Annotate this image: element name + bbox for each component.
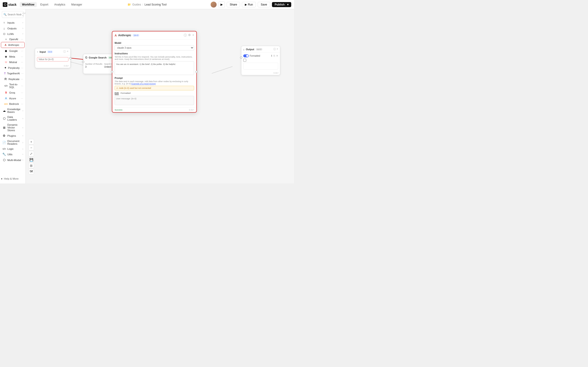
sidebar-item-utils[interactable]: 🔧 Utils › [1, 151, 25, 157]
sidebar-item-document-readers[interactable]: 📄 Document Readers › [1, 139, 25, 146]
text-to-sql-menu[interactable]: ··· [21, 84, 23, 87]
sidebar-item-data-loaders[interactable]: ⬡ Data Loaders › [1, 115, 25, 122]
sidebar-item-dynamic-vector-stores[interactable]: ⊞ Dynamic Vector Stores › [1, 122, 25, 133]
togetherai-menu[interactable]: ··· [21, 72, 23, 75]
publish-button[interactable]: Publish ▾ [272, 2, 291, 7]
sidebar-item-togetherai[interactable]: T TogetherAI ··· [1, 71, 25, 76]
input-info-icon[interactable]: ⓘ [63, 50, 66, 54]
sidebar-item-plugins[interactable]: ⚙ Plugins › [1, 133, 25, 139]
out-body: Formatted ⬇ ⎘ ✕ [242, 52, 280, 71]
instructions-text[interactable]: You are an AI assistant. 1) Be brief. 2)… [115, 61, 194, 75]
sidebar-item-google[interactable]: ◆ Google ··· [1, 48, 25, 54]
google-menu[interactable]: ··· [21, 49, 23, 52]
svg-line-2 [212, 67, 233, 73]
input-value-field[interactable] [37, 57, 69, 61]
sidebar-item-meta[interactable]: ◈ Meta ··· [1, 54, 25, 59]
out-close-icon[interactable]: × [277, 48, 278, 51]
breadcrumb-folder[interactable]: Guides [132, 3, 141, 6]
model-select[interactable]: claude 3 opus [115, 45, 194, 50]
clear-icon[interactable]: ✕ [276, 54, 278, 57]
azure-icon: A [4, 97, 8, 100]
folder-icon: 📁 [128, 3, 131, 6]
sidebar-item-mistral[interactable]: M Mistral ··· [1, 59, 25, 65]
canvas[interactable]: ↑ Input in-0 ⓘ × 0.0s+ G Google Search s… [26, 9, 294, 184]
perplexity-menu[interactable]: ··· [21, 66, 23, 69]
out-header-icons: ⓘ × [273, 48, 278, 51]
inputs-chevron: › [23, 21, 23, 24]
input-node-output-port[interactable] [69, 57, 72, 59]
out-input-port[interactable] [240, 56, 242, 59]
sidebar-item-groq[interactable]: 9 Groq ··· [1, 90, 25, 95]
ant-input-port[interactable] [111, 71, 113, 73]
logo-icon [3, 2, 7, 7]
ant-output-port[interactable] [195, 71, 198, 73]
edit-tab-formatted[interactable]: Formatted [121, 92, 130, 95]
replicate-menu[interactable]: ··· [21, 77, 23, 81]
share-button[interactable]: Share [227, 2, 240, 7]
download-icon[interactable]: ⬇ [271, 54, 273, 57]
mistral-menu[interactable]: ··· [21, 60, 23, 64]
zoom-out-btn[interactable]: − [28, 145, 34, 150]
sidebar-item-knowledge-bases[interactable]: ☁ Knowledge Bases › [1, 107, 25, 115]
nav-tab-export[interactable]: Export [38, 2, 51, 7]
sidebar-item-replicate[interactable]: R Replicate ··· [1, 76, 25, 82]
save-view-btn[interactable]: 💾 [28, 157, 34, 162]
groq-menu[interactable]: ··· [21, 91, 23, 94]
help-item[interactable]: ● Help & More [0, 176, 26, 181]
sidebar-item-azure[interactable]: A Azure ··· [1, 95, 25, 101]
fit-view-btn[interactable]: ⤢ [28, 151, 34, 156]
azure-menu[interactable]: ··· [21, 97, 23, 100]
mm-chevron: › [23, 159, 23, 161]
zoom-in-btn[interactable]: + [28, 139, 34, 144]
user-message-area[interactable]: User message: {in-0} [115, 96, 194, 105]
gs-icon: G [85, 56, 87, 59]
search-inner[interactable]: 🔍 Ctrl K [2, 11, 24, 18]
input-close-icon[interactable]: × [67, 50, 69, 54]
output-node: ↓ Output out-0 ⓘ × Formatted ⬇ ⎘ ✕ [241, 46, 280, 75]
save-button[interactable]: Save [258, 2, 270, 7]
ant-header: A Anthropic 1in-0 ⓘ ⚙ × [112, 31, 196, 40]
prompt-example-link[interactable]: Example of a good prompt [131, 83, 156, 85]
input-node: ↑ Input in-0 ⓘ × 0.0s+ [35, 48, 70, 68]
bedrock-menu[interactable]: ··· [21, 102, 23, 106]
sidebar-item-anthropic[interactable]: A Anthropic ··· [1, 42, 25, 48]
sidebar-item-inputs[interactable]: ↑ Inputs › [1, 20, 25, 25]
grid-btn[interactable]: ⊞ [28, 163, 34, 168]
nav-tab-workflow[interactable]: Workflow [20, 2, 37, 7]
sidebar-item-logic[interactable]: </> Logic › [1, 146, 25, 151]
search-input[interactable] [8, 13, 21, 16]
llms-icon: ◻ [2, 32, 6, 35]
sidebar-item-multi-modal[interactable]: ⬡ Multi-Modal › [1, 157, 25, 163]
out-checkbox[interactable] [243, 59, 246, 62]
nav-tab-manager[interactable]: Manager [69, 2, 84, 7]
run-button[interactable]: ▶ Run [242, 2, 256, 7]
breadcrumb-title: Lead Scoring Tool [145, 3, 166, 6]
play-btn[interactable]: ▶ [218, 1, 225, 8]
sidebar-item-perplexity[interactable]: ✦ Perplexity ··· [1, 65, 25, 71]
edit-tab-edit[interactable]: Edit [115, 92, 119, 95]
ant-info-icon[interactable]: ⓘ [184, 33, 187, 37]
sidebar-item-text-to-sql[interactable]: </> Text-to-SQL ··· [1, 82, 25, 90]
nav-tab-analytics[interactable]: Analytics [52, 2, 68, 7]
copy-icon[interactable]: ⎘ [274, 54, 275, 57]
openai-menu[interactable]: ··· [21, 38, 23, 41]
user-avatar[interactable] [211, 2, 216, 8]
sidebar-item-openai[interactable]: ○ OpenAI ··· [1, 36, 25, 42]
out-info-icon[interactable]: ⓘ [273, 48, 276, 51]
formatted-toggle[interactable] [243, 54, 249, 57]
ant-gear-icon[interactable]: ⚙ [188, 33, 191, 37]
map-btn[interactable]: 🗺 [28, 169, 34, 174]
zoom-controls: + − ⤢ 💾 ⊞ 🗺 [28, 139, 34, 174]
sidebar-item-bedrock[interactable]: aws Bedrock ··· [1, 101, 25, 107]
sidebar-item-outputs[interactable]: ↓ Outputs › [1, 25, 25, 31]
sidebar-item-llms[interactable]: ◻ LLMs › [1, 31, 25, 36]
meta-menu[interactable]: ··· [21, 55, 23, 58]
anthropic-menu[interactable]: ··· [21, 43, 23, 47]
openai-icon: ○ [4, 38, 8, 41]
llms-chevron: › [22, 33, 24, 34]
utils-icon: 🔧 [2, 152, 6, 156]
out-icon: ↓ [243, 48, 245, 51]
publish-arrow[interactable]: ▾ [285, 3, 288, 6]
gs-input-port[interactable] [82, 61, 84, 63]
ant-close-icon[interactable]: × [192, 33, 194, 37]
